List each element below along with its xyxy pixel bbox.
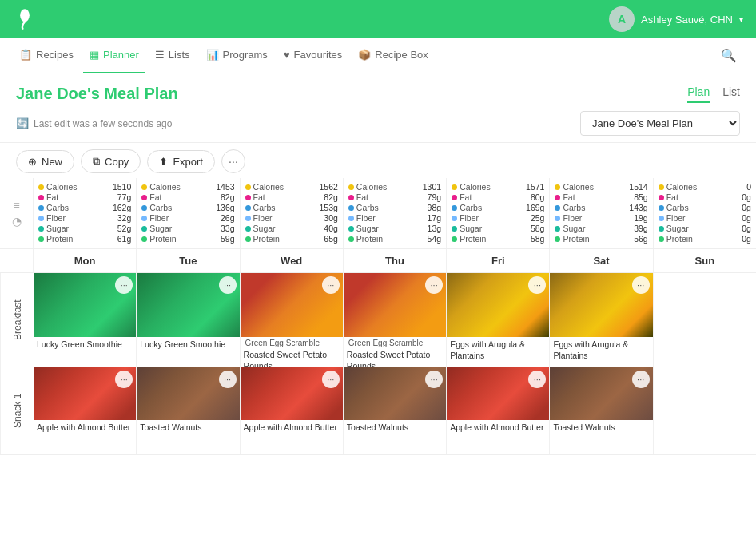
meal-options-button[interactable]: ··· bbox=[322, 371, 340, 388]
meal-cell: ···Toasted Walnuts bbox=[137, 367, 240, 454]
recipes-icon: 📋 bbox=[19, 49, 32, 61]
plan-header: Jane Doe's Meal Plan Plan List bbox=[0, 73, 756, 108]
meal-options-button[interactable]: ··· bbox=[322, 276, 340, 294]
day-header-tue: Tue bbox=[137, 249, 240, 272]
meal-options-button[interactable]: ··· bbox=[632, 276, 650, 294]
meal-options-button[interactable]: ··· bbox=[219, 276, 237, 294]
meal-options-button[interactable]: ··· bbox=[425, 276, 443, 294]
more-icon: ··· bbox=[229, 155, 238, 168]
plus-icon: ⊕ bbox=[28, 156, 37, 168]
breakfast-cells: ···Lucky Green Smoothie···Lucky Green Sm… bbox=[34, 273, 756, 367]
meal-caption: Roasted Sweet Potato Rounds bbox=[344, 347, 446, 367]
meal-cell: ···Apple with Almond Butter bbox=[447, 367, 550, 454]
nutrition-day-sun: Calories0Fat0gCarbs0gFiber0gSugar0gProte… bbox=[654, 178, 756, 248]
meal-cell: ···Toasted Walnuts bbox=[344, 367, 447, 454]
meal-caption: Roasted Sweet Potato Rounds bbox=[241, 347, 343, 367]
plan-selector[interactable]: Jane Doe's Meal Plan bbox=[580, 111, 740, 136]
meal-caption: Apple with Almond Butter bbox=[241, 420, 343, 435]
snack1-label: Snack 1 bbox=[0, 367, 34, 454]
breakfast-row: Breakfast ···Lucky Green Smoothie···Luck… bbox=[0, 273, 756, 367]
favourites-label: Favourites bbox=[294, 49, 343, 61]
sidebar-item-planner[interactable]: ▦ Planner bbox=[83, 38, 145, 73]
user-name: Ashley Sauvé, CHN bbox=[641, 14, 733, 26]
meal-cell: ···Toasted Walnuts bbox=[550, 367, 653, 454]
list-icon: ≡ bbox=[13, 199, 19, 212]
chart-icon: ◔ bbox=[12, 215, 22, 228]
favourites-icon: ♥ bbox=[284, 49, 290, 61]
meal-options-button[interactable]: ··· bbox=[425, 371, 443, 388]
export-icon: ⬆ bbox=[159, 156, 168, 168]
nutrition-columns: Calories1510Fat77gCarbs162gFiber32gSugar… bbox=[34, 178, 756, 248]
search-button[interactable]: 🔍 bbox=[714, 48, 743, 63]
edit-info: 🔄 Last edit was a few seconds ago bbox=[16, 117, 172, 129]
meal-cell bbox=[654, 367, 756, 454]
meal-cell: ···Apple with Almond Butter bbox=[34, 367, 137, 454]
toolbar: 🔄 Last edit was a few seconds ago Jane D… bbox=[0, 108, 756, 143]
avatar: A bbox=[609, 6, 635, 32]
sidebar-item-programs[interactable]: 📊 Programs bbox=[200, 38, 274, 73]
programs-label: Programs bbox=[223, 49, 268, 61]
meal-options-button[interactable]: ··· bbox=[632, 371, 650, 388]
meal-caption: Apple with Almond Butter bbox=[34, 420, 136, 435]
export-button[interactable]: ⬆ Export bbox=[147, 150, 215, 173]
day-headers: MonTueWedThuFriSatSun bbox=[34, 249, 756, 272]
export-label: Export bbox=[173, 156, 203, 168]
meal-caption: Eggs with Arugula & Plantains bbox=[447, 337, 549, 363]
sidebar-item-lists[interactable]: ☰ Lists bbox=[149, 38, 197, 73]
day-header-row: MonTueWedThuFriSatSun bbox=[0, 249, 756, 273]
meal-cell: ···Eggs with Arugula & Plantains bbox=[447, 273, 550, 367]
more-button[interactable]: ··· bbox=[221, 149, 245, 173]
nutrition-day-sat: Calories1514Fat85gCarbs143gFiber19gSugar… bbox=[550, 178, 653, 248]
nutrition-section: ≡ ◔ Calories1510Fat77gCarbs162gFiber32gS… bbox=[0, 178, 756, 249]
user-profile[interactable]: A Ashley Sauvé, CHN ▾ bbox=[609, 6, 743, 32]
snack1-cells: ···Apple with Almond Butter···Toasted Wa… bbox=[34, 367, 756, 454]
meal-tag: Green Egg Scramble bbox=[241, 337, 343, 347]
sidebar-item-favourites[interactable]: ♥ Favourites bbox=[277, 38, 348, 73]
meal-caption: Apple with Almond Butter bbox=[447, 420, 549, 435]
day-header-fri: Fri bbox=[447, 249, 550, 272]
meal-caption: Toasted Walnuts bbox=[344, 420, 446, 435]
day-header-sun: Sun bbox=[654, 249, 756, 272]
meal-caption: Lucky Green Smoothie bbox=[137, 337, 239, 352]
lists-label: Lists bbox=[169, 49, 190, 61]
tab-list[interactable]: List bbox=[722, 85, 740, 103]
meal-tag: Green Egg Scramble bbox=[344, 337, 446, 347]
search-icon: 🔍 bbox=[721, 49, 737, 62]
plan-select-input[interactable]: Jane Doe's Meal Plan bbox=[580, 111, 740, 136]
nutrition-day-wed: Calories1562Fat82gCarbs153gFiber30gSugar… bbox=[241, 178, 344, 248]
sidebar-item-recipes[interactable]: 📋 Recipes bbox=[13, 38, 80, 73]
logo[interactable] bbox=[13, 7, 37, 31]
new-button[interactable]: ⊕ New bbox=[16, 150, 74, 173]
copy-icon: ⧉ bbox=[93, 155, 100, 168]
action-bar: ⊕ New ⧉ Copy ⬆ Export ··· bbox=[0, 143, 756, 178]
meal-cell: ···Green Egg ScrambleRoasted Sweet Potat… bbox=[344, 273, 447, 367]
programs-icon: 📊 bbox=[206, 49, 219, 61]
copy-button[interactable]: ⧉ Copy bbox=[81, 149, 141, 173]
planner-label: Planner bbox=[103, 49, 139, 61]
nutrition-day-tue: Calories1453Fat82gCarbs136gFiber26gSugar… bbox=[137, 178, 240, 248]
nutrition-day-thu: Calories1301Fat79gCarbs98gFiber17gSugar1… bbox=[344, 178, 447, 248]
refresh-icon: 🔄 bbox=[16, 117, 29, 129]
sub-nav: 📋 Recipes ▦ Planner ☰ Lists 📊 Programs ♥… bbox=[0, 38, 756, 73]
meal-caption: Toasted Walnuts bbox=[137, 420, 239, 435]
meal-cell: ···Lucky Green Smoothie bbox=[137, 273, 240, 367]
plan-title: Jane Doe's Meal Plan bbox=[16, 85, 178, 103]
meal-caption: Toasted Walnuts bbox=[550, 420, 652, 435]
new-label: New bbox=[42, 156, 62, 168]
plan-tab-group: Plan List bbox=[687, 85, 740, 103]
nutrition-day-mon: Calories1510Fat77gCarbs162gFiber32gSugar… bbox=[34, 178, 137, 248]
meal-options-button[interactable]: ··· bbox=[219, 371, 237, 388]
top-nav: A Ashley Sauvé, CHN ▾ bbox=[0, 0, 756, 38]
planner-icon: ▦ bbox=[90, 49, 99, 61]
recipes-label: Recipes bbox=[36, 49, 74, 61]
day-header-sat: Sat bbox=[550, 249, 653, 272]
copy-label: Copy bbox=[105, 156, 129, 168]
meal-cell: ···Lucky Green Smoothie bbox=[34, 273, 137, 367]
sidebar-item-recipe-box[interactable]: 📦 Recipe Box bbox=[352, 38, 434, 73]
lists-icon: ☰ bbox=[155, 49, 165, 61]
meal-caption: Lucky Green Smoothie bbox=[34, 337, 136, 352]
recipe-box-icon: 📦 bbox=[358, 49, 371, 61]
day-header-wed: Wed bbox=[241, 249, 344, 272]
meal-cell: ···Eggs with Arugula & Plantains bbox=[550, 273, 653, 367]
tab-plan[interactable]: Plan bbox=[687, 85, 710, 103]
